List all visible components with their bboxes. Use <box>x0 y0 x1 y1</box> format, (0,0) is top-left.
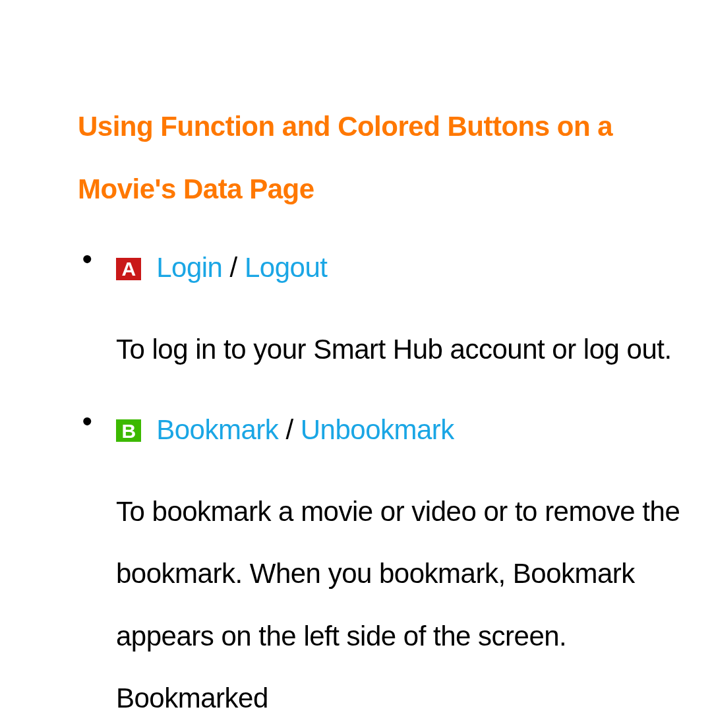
item-header: A Login / Logout <box>116 247 687 288</box>
section-heading: Using Function and Colored Buttons on a … <box>78 96 687 220</box>
b-button-icon: B <box>116 419 141 442</box>
separator: / <box>222 252 245 283</box>
unbookmark-action: Unbookmark <box>301 414 454 445</box>
button-list: A Login / Logout To log in to your Smart… <box>78 247 687 728</box>
item-description: To log in to your Smart Hub account or l… <box>116 318 687 381</box>
item-description: To bookmark a movie or video or to remov… <box>116 481 687 729</box>
list-item: B Bookmark / Unbookmark To bookmark a mo… <box>78 409 687 729</box>
list-item: A Login / Logout To log in to your Smart… <box>78 247 687 381</box>
item-header: B Bookmark / Unbookmark <box>116 409 687 450</box>
a-button-icon: A <box>116 258 141 280</box>
separator: / <box>278 414 301 445</box>
logout-action: Logout <box>245 252 327 283</box>
bookmark-action: Bookmark <box>156 414 278 445</box>
login-action: Login <box>156 252 222 283</box>
